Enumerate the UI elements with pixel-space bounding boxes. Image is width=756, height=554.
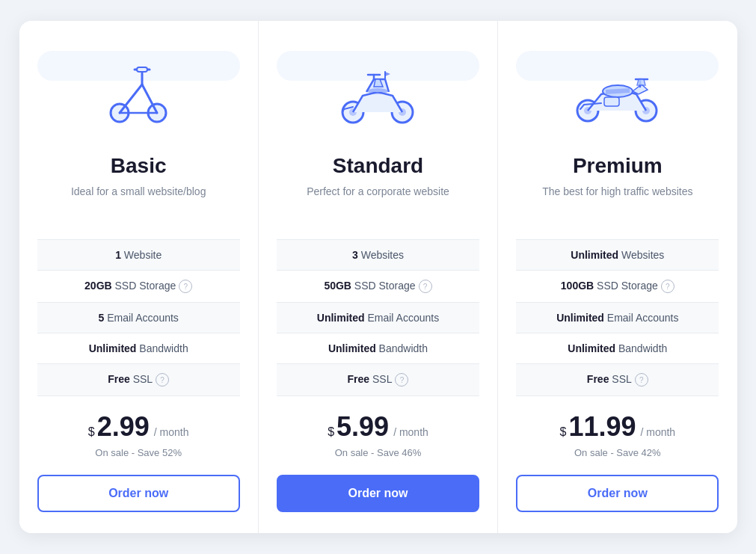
standard-feature-0: 3 Websites	[277, 240, 479, 271]
standard-feature-2-text: Email Accounts	[365, 312, 440, 324]
premium-feature-0-text: Websites	[618, 249, 664, 261]
basic-feature-0: 1 Website	[37, 240, 240, 271]
premium-feature-4-info-icon[interactable]: ?	[635, 373, 648, 387]
premium-feature-1-bold: 100GB	[561, 280, 594, 292]
premium-features-table: Unlimited Websites100GB SSD Storage?Unli…	[516, 239, 719, 397]
basic-feature-0-text: Website	[121, 249, 162, 261]
basic-currency: $	[88, 425, 95, 439]
premium-feature-1: 100GB SSD Storage?	[516, 271, 719, 303]
basic-feature-1-bold: 20GB	[84, 280, 112, 292]
plan-card-premium: PremiumThe best for high traffic website…	[498, 21, 737, 534]
basic-price: 2.99	[97, 411, 150, 443]
standard-price: 5.99	[336, 411, 389, 443]
basic-description: Ideal for a small website/blog	[71, 184, 206, 221]
premium-feature-3-bold: Unlimited	[568, 342, 615, 354]
standard-pricing: $5.99/ monthOn sale - Save 46%Order now	[277, 411, 479, 512]
basic-feature-1: 20GB SSD Storage?	[37, 271, 240, 303]
standard-feature-3-bold: Unlimited	[328, 342, 376, 354]
svg-line-2	[120, 84, 142, 113]
premium-feature-2-text: Email Accounts	[604, 312, 679, 324]
svg-rect-7	[137, 67, 147, 72]
basic-icon-area	[37, 45, 240, 142]
basic-feature-4-info-icon[interactable]: ?	[156, 373, 169, 387]
standard-currency: $	[328, 425, 334, 439]
basic-pricing: $2.99/ monthOn sale - Save 52%Order now	[37, 411, 240, 512]
standard-feature-2-bold: Unlimited	[317, 312, 365, 324]
standard-feature-4-bold: Free	[348, 373, 370, 385]
basic-feature-1-info-icon[interactable]: ?	[179, 280, 192, 293]
premium-currency: $	[559, 425, 566, 439]
basic-price-line: $2.99/ month	[37, 411, 240, 443]
basic-feature-4-text: SSL	[130, 373, 153, 385]
premium-feature-4-text: SSL	[609, 373, 631, 385]
basic-feature-3-text: Bandwidth	[136, 342, 188, 354]
standard-description: Perfect for a corporate website	[307, 184, 449, 221]
premium-vehicle-icon	[573, 58, 663, 129]
standard-icon-area	[277, 45, 479, 142]
standard-sale-text: On sale - Save 46%	[277, 447, 479, 458]
premium-title: Premium	[573, 154, 663, 178]
standard-feature-2: Unlimited Email Accounts	[277, 303, 479, 333]
basic-feature-4-bold: Free	[108, 373, 130, 385]
svg-marker-16	[385, 72, 390, 76]
premium-sale-text: On sale - Save 42%	[516, 447, 719, 458]
standard-feature-0-text: Websites	[358, 249, 404, 261]
premium-icon-area	[516, 45, 719, 142]
basic-feature-0-bold: 1	[115, 249, 121, 261]
plan-card-basic: BasicIdeal for a small website/blog1 Web…	[19, 21, 259, 534]
standard-order-button[interactable]: Order now	[277, 475, 479, 512]
basic-feature-1-text: SSD Storage	[112, 280, 176, 292]
standard-feature-0-bold: 3	[352, 249, 358, 261]
basic-feature-4: Free SSL?	[37, 364, 240, 396]
premium-feature-0: Unlimited Websites	[516, 240, 719, 271]
svg-rect-24	[604, 97, 619, 106]
basic-sale-text: On sale - Save 52%	[37, 447, 240, 458]
premium-feature-2: Unlimited Email Accounts	[516, 303, 719, 333]
standard-title: Standard	[333, 154, 423, 178]
basic-feature-3-bold: Unlimited	[89, 342, 137, 354]
plan-card-standard: StandardPerfect for a corporate website3…	[259, 21, 498, 534]
basic-title: Basic	[111, 154, 167, 178]
premium-feature-1-info-icon[interactable]: ?	[661, 280, 674, 293]
basic-order-button[interactable]: Order now	[37, 475, 240, 512]
standard-feature-1-bold: 50GB	[324, 280, 351, 292]
premium-feature-4-bold: Free	[587, 373, 609, 385]
basic-period: / month	[154, 426, 189, 438]
premium-order-button[interactable]: Order now	[516, 475, 719, 512]
standard-feature-4-info-icon[interactable]: ?	[395, 373, 408, 387]
premium-feature-4: Free SSL?	[516, 364, 719, 396]
premium-feature-0-bold: Unlimited	[571, 249, 618, 261]
premium-feature-3: Unlimited Bandwidth	[516, 333, 719, 364]
svg-point-14	[367, 88, 388, 94]
standard-feature-4-text: SSL	[369, 373, 392, 385]
pricing-container: BasicIdeal for a small website/blog1 Web…	[19, 21, 737, 534]
basic-feature-2: 5 Email Accounts	[37, 303, 240, 333]
premium-feature-1-text: SSD Storage	[594, 280, 658, 292]
basic-feature-2-text: Email Accounts	[104, 312, 179, 324]
standard-feature-3-text: Bandwidth	[376, 342, 428, 354]
basic-feature-3: Unlimited Bandwidth	[37, 333, 240, 364]
standard-features-table: 3 Websites50GB SSD Storage?Unlimited Ema…	[277, 239, 479, 397]
standard-vehicle-icon	[336, 58, 419, 129]
premium-description: The best for high traffic websites	[542, 184, 692, 221]
standard-feature-3: Unlimited Bandwidth	[277, 333, 479, 364]
standard-period: / month	[393, 426, 428, 438]
basic-vehicle-icon	[101, 55, 176, 132]
standard-feature-4: Free SSL?	[277, 364, 479, 396]
basic-features-table: 1 Website20GB SSD Storage?5 Email Accoun…	[37, 239, 240, 397]
standard-feature-1: 50GB SSD Storage?	[277, 271, 479, 303]
standard-feature-1-info-icon[interactable]: ?	[419, 280, 432, 293]
premium-feature-2-bold: Unlimited	[556, 312, 604, 324]
standard-price-line: $5.99/ month	[277, 411, 479, 443]
premium-price-line: $11.99/ month	[516, 411, 719, 443]
premium-pricing: $11.99/ monthOn sale - Save 42%Order now	[516, 411, 719, 512]
standard-feature-1-text: SSD Storage	[351, 280, 416, 292]
premium-feature-3-text: Bandwidth	[615, 342, 667, 354]
premium-price: 11.99	[568, 411, 636, 443]
premium-period: / month	[640, 426, 675, 438]
